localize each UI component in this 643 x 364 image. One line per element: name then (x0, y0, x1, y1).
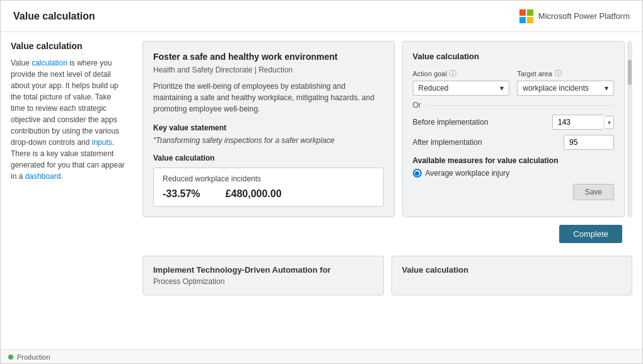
ms-sq4 (527, 17, 533, 23)
bottom-card-right: Value calculation (391, 256, 633, 295)
value-calc-box: Reduced workplace incidents -33.57% £480… (153, 168, 384, 207)
value-calc-numbers: -33.57% £480,000.00 (163, 188, 374, 200)
bottom-left-subtitle: Process Optimization (153, 277, 373, 286)
radio-inner (415, 171, 419, 176)
ms-sq1 (519, 9, 526, 16)
bottom-right-title: Value calculation (402, 265, 622, 275)
status-dot-icon (8, 355, 13, 360)
value-calc-section: Value calculation Reduced workplace inci… (153, 154, 384, 207)
bottom-left-title: Implement Technology-Driven Automation f… (153, 265, 373, 275)
after-impl-input[interactable] (564, 135, 614, 150)
target-area-col: Target area ⓘ workplace incidents ▾ (517, 69, 614, 96)
radio-row[interactable]: Average workplace injury (413, 169, 615, 178)
bottom-cards-row: Implement Technology-Driven Automation f… (142, 256, 632, 295)
sidebar-text: Value calculation is where you provide t… (11, 57, 127, 182)
card-main-title: Foster a safe and healthy work environme… (153, 52, 384, 62)
radio-label: Average workplace injury (426, 169, 510, 178)
or-row: Or (413, 101, 615, 110)
value-amount: £480,000.00 (226, 188, 282, 200)
target-area-info-icon[interactable]: ⓘ (555, 69, 562, 78)
sidebar-link-calculation[interactable]: calculation (32, 59, 67, 67)
cards-area: Foster a safe and healthy work environme… (142, 41, 632, 341)
value-calc-box-label: Reduced workplace incidents (163, 174, 374, 183)
sidebar-link-inputs[interactable]: inputs (92, 138, 112, 147)
value-form-title: Value calculation (413, 52, 615, 61)
complete-area: Complete (142, 225, 632, 248)
complete-button[interactable]: Complete (559, 225, 622, 243)
sidebar: Value calculation Value calculation is w… (11, 41, 134, 341)
or-divider (426, 105, 614, 106)
action-target-row: Action goal ⓘ Reduced ▾ Target (413, 69, 615, 96)
before-impl-row: Before implementation ▾ (413, 115, 615, 130)
value-calc-label: Value calculation (153, 154, 384, 162)
sidebar-title: Value calculation (11, 41, 127, 51)
target-area-select[interactable]: workplace incidents ▾ (517, 81, 614, 96)
card-main-description: Prioritize the well-being of employees b… (153, 81, 384, 115)
header: Value calculation Microsoft Power Platfo… (1, 1, 642, 32)
header-title: Value calculation (13, 11, 95, 22)
before-impl-chevron-icon[interactable]: ▾ (605, 116, 614, 129)
footer: Production (1, 350, 642, 363)
before-impl-label: Before implementation (413, 118, 553, 127)
before-impl-input[interactable] (552, 115, 603, 130)
action-goal-col: Action goal ⓘ Reduced ▾ (413, 69, 510, 96)
after-impl-label: After implementation (413, 138, 564, 147)
bottom-card-left: Implement Technology-Driven Automation f… (142, 256, 384, 295)
action-goal-select[interactable]: Reduced ▾ (413, 81, 510, 96)
target-area-label: Target area ⓘ (517, 69, 614, 78)
available-measures-label: Available measures for value calculation (413, 156, 615, 165)
ms-logo: Microsoft Power Platform (519, 9, 630, 23)
top-cards-row: Foster a safe and healthy work environme… (142, 41, 632, 217)
ms-squares-icon (519, 9, 533, 23)
kv-section-title: Key value statement (153, 123, 384, 132)
action-goal-label: Action goal ⓘ (413, 69, 510, 78)
sidebar-link-dashboard[interactable]: dashboard (25, 172, 61, 181)
save-button[interactable]: Save (573, 184, 614, 200)
action-goal-chevron-icon: ▾ (500, 84, 504, 93)
ms-platform-label: Microsoft Power Platform (538, 11, 630, 21)
app-frame: Value calculation Microsoft Power Platfo… (0, 0, 643, 364)
after-impl-row: After implementation (413, 135, 615, 150)
value-percentage: -33.57% (163, 188, 200, 200)
main-card-left: Foster a safe and healthy work environme… (142, 41, 395, 217)
footer-status: Production (17, 353, 50, 361)
card-right-wrapper: Value calculation Action goal ⓘ Reduced (402, 41, 633, 217)
action-goal-info-icon[interactable]: ⓘ (449, 69, 456, 78)
ms-sq2 (527, 9, 533, 16)
main-content: Value calculation Value calculation is w… (1, 32, 642, 350)
kv-italic: "Transforming safety inspections for a s… (153, 136, 384, 145)
scrollbar-thumb (628, 60, 632, 85)
scrollbar[interactable] (627, 41, 632, 217)
target-area-chevron-icon: ▾ (605, 84, 608, 93)
radio-button[interactable] (413, 169, 422, 178)
ms-sq3 (519, 17, 526, 23)
before-impl-input-wrapper: ▾ (552, 115, 614, 130)
main-card-right: Value calculation Action goal ⓘ Reduced (402, 41, 625, 217)
card-main-subtitle: Health and Safety Directorate | Reductio… (153, 65, 384, 74)
